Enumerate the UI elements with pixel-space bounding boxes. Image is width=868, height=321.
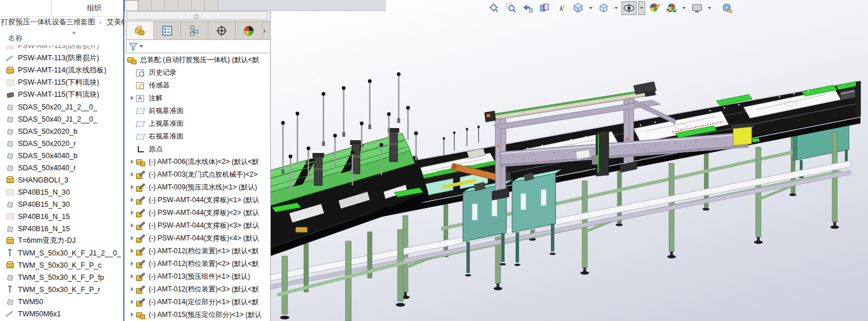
file-list-item[interactable]: SDAS_50x40_J1_2__0_ — [0, 113, 123, 125]
ribbon-tab[interactable] — [165, 0, 178, 10]
file-list-item[interactable]: SDAS_50x2020_r — [0, 137, 123, 149]
breadcrumb-subfolder[interactable]: 艾美特 — [106, 18, 123, 26]
expand-arrow-icon[interactable] — [129, 298, 136, 305]
assembly-3d-view[interactable] — [270, 0, 868, 321]
tab-displaymanager[interactable] — [236, 21, 263, 39]
file-list-item[interactable]: SDAS_50x4040_r — [0, 162, 123, 174]
tree-row[interactable]: (-) AMT-012(档位装置)<2> (默认<默 — [124, 257, 270, 270]
expand-arrow-icon[interactable] — [129, 311, 136, 318]
apply-scene-icon[interactable] — [664, 1, 679, 15]
organize-menu[interactable]: 组织 — [87, 3, 101, 13]
file-list-item[interactable]: SP40B16_N_15 — [0, 210, 123, 222]
expand-arrow-icon[interactable] — [129, 222, 136, 229]
file-list-item[interactable]: SP40B15_N_30 — [0, 198, 123, 210]
file-list-item[interactable]: SHANGBOLI_3 — [0, 174, 123, 186]
breadcrumb[interactable]: 打胶预压一体机设备三维套图›艾美特 — [0, 17, 123, 31]
file-list-item[interactable]: TWM_S_50x30_K_F_J1_2__0_ — [0, 247, 123, 259]
file-list-item[interactable]: TWM50 — [0, 296, 123, 308]
expand-arrow-icon[interactable] — [129, 235, 136, 242]
file-list-item[interactable]: SDAS_50x2020_b — [0, 125, 123, 137]
file-list-item[interactable]: SDAS_50x4040_b — [0, 149, 123, 162]
file-list-item[interactable]: PSW-AMT-113(防磨损片) — [0, 52, 123, 64]
tree-row[interactable]: (-) AMT-006(流水线体)<2> (默认<默 — [124, 155, 270, 168]
view-orientation-dropdown[interactable] — [587, 1, 594, 15]
tree-row[interactable]: 总装配 (自动打胶预压一体机) (默认<默 — [124, 53, 270, 66]
apply-scene-dropdown[interactable] — [681, 1, 687, 15]
tree-row[interactable]: (-) PSW-AMT-044(支撑板)<1> (默认 — [124, 194, 270, 206]
previous-view-icon[interactable] — [520, 1, 535, 15]
tree-row[interactable]: (-) PSW-AMT-044(支撑板)<3> (默认 — [124, 219, 270, 232]
tree-row[interactable]: 上视基准面 — [124, 117, 270, 130]
file-list-item[interactable]: T=6mm亚克力-DJ — [0, 235, 123, 247]
name-column-header[interactable]: 名称 — [8, 34, 23, 43]
tree-row[interactable]: 前视基准面 — [124, 104, 270, 117]
expand-arrow-icon[interactable] — [129, 286, 136, 293]
expand-arrow-icon[interactable] — [129, 94, 136, 101]
file-name: SDAS_50x2020_r — [18, 140, 76, 148]
measure-icon[interactable] — [720, 1, 735, 15]
expand-arrow-icon[interactable] — [129, 158, 136, 165]
hide-show-items-dropdown[interactable] — [638, 1, 645, 15]
file-list-item[interactable]: SP40B15_N_30 — [0, 186, 123, 198]
ribbon-tab[interactable] — [152, 0, 165, 10]
expand-arrow-icon[interactable] — [129, 247, 136, 254]
view-settings-icon[interactable] — [689, 1, 704, 15]
view-settings-dropdown[interactable] — [706, 1, 713, 15]
file-list-item[interactable]: TWM_S_50x30_K_F_P_r — [0, 283, 123, 296]
graphics-viewport[interactable] — [270, 0, 868, 321]
file-list-item[interactable]: PSW-AMT-115(下料流块) — [0, 76, 123, 89]
file-list-item[interactable]: PSW-AMT-114(流水线挡板) — [0, 64, 123, 76]
expand-arrow-icon[interactable] — [129, 196, 136, 203]
view-orientation-icon[interactable] — [571, 1, 586, 15]
tree-row[interactable]: 历史记录 — [124, 66, 270, 79]
sort-ascending-icon[interactable] — [72, 31, 76, 34]
tree-row[interactable]: 右视基准面 — [124, 130, 270, 143]
file-list-item[interactable]: PSW-AMT-115(下料流块) — [0, 89, 123, 101]
display-style-dropdown[interactable] — [613, 1, 620, 15]
ribbon-tab[interactable] — [192, 0, 205, 10]
panel-collapse-handle[interactable] — [194, 14, 198, 19]
tree-row[interactable]: (-) AMT-015(预压定位部分)<1> (默认 — [124, 308, 270, 321]
file-list-item[interactable]: TWM_S_50x30_K_F_P_fp — [0, 271, 123, 283]
tab-dimxpertmanager[interactable] — [208, 21, 236, 39]
ribbon-tab[interactable] — [138, 0, 152, 10]
tree-row[interactable]: (-) PSW-AMT-044(支撑板)<2> (默认 — [124, 206, 270, 219]
tree-row[interactable]: (-) AMT-012(档位装置)<1> (默认<默 — [124, 245, 270, 257]
expand-arrow-icon[interactable] — [129, 209, 136, 216]
edit-appearance-icon[interactable] — [647, 1, 662, 15]
tab-propertymanager[interactable] — [154, 21, 181, 39]
display-style-icon[interactable] — [596, 1, 611, 15]
zoom-to-area-icon[interactable] — [503, 1, 518, 15]
file-list-item[interactable]: TWM50M6x1 — [0, 308, 123, 320]
tree-row[interactable]: (-) AMT-009(预压流水线)<1> (默认) — [124, 181, 270, 194]
file-list-item[interactable]: SP40B16_N_15 — [0, 222, 123, 235]
expand-arrow-icon[interactable] — [129, 171, 136, 178]
ribbon-tab[interactable] — [124, 0, 138, 10]
tree-row[interactable]: 注解 — [124, 92, 270, 104]
file-name: SDAS_50x4040_b — [18, 152, 78, 160]
tree-row[interactable]: (-) AMT-003(龙门式点胶机械手)<2> — [124, 168, 270, 181]
manager-tabs-overflow[interactable]: › — [263, 21, 269, 39]
ribbon-tab[interactable] — [205, 0, 218, 10]
expand-arrow-icon[interactable] — [129, 260, 136, 267]
section-view-icon[interactable] — [537, 1, 552, 15]
hide-show-items-icon[interactable] — [621, 1, 637, 15]
tree-row[interactable]: 原点 — [124, 143, 270, 155]
file-list-item[interactable]: TWM_S_50x30_K_F_P_c — [0, 259, 123, 271]
breadcrumb-folder[interactable]: 打胶预压一体机设备三维套图 — [1, 18, 95, 26]
tab-configurationmanager[interactable] — [181, 21, 208, 39]
tree-row[interactable]: (-) AMT-013(预压组件)<1> (默认) — [124, 270, 270, 283]
file-list-item[interactable]: SDAS_50x20_J1_2__0_ — [0, 101, 123, 113]
tree-row[interactable]: 传感器 — [124, 79, 270, 92]
ribbon-tab[interactable] — [178, 0, 192, 10]
tree-row[interactable]: (-) PSW-AMT-044(支撑板)<4> (默认 — [124, 232, 270, 245]
dynamic-annotation-views-icon[interactable] — [554, 1, 569, 15]
file-list-item[interactable]: PSW-AMT-113(防磨损片) — [0, 45, 123, 52]
expand-arrow-icon[interactable] — [129, 273, 136, 280]
expand-arrow-icon[interactable] — [129, 184, 136, 191]
tab-featuremanager-design-tree[interactable] — [127, 21, 154, 39]
zoom-to-fit-icon[interactable] — [487, 1, 502, 15]
tree-row[interactable]: (-) AMT-012(档位装置)<3> (默认<默 — [124, 283, 270, 296]
tree-row[interactable]: (-) AMT-014(定位部分)<1> (默认<默 — [124, 296, 270, 308]
tree-filter-box[interactable] — [126, 39, 271, 53]
